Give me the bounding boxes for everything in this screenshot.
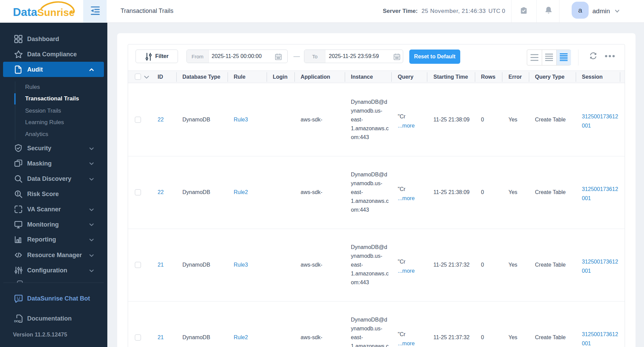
svg-text:DOC: DOC: [14, 319, 21, 323]
